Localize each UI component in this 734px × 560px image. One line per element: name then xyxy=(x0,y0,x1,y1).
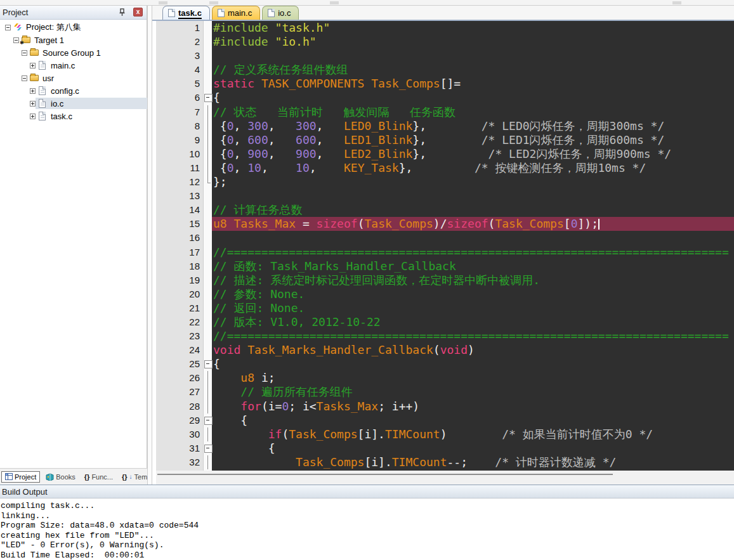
expand-plus-icon[interactable] xyxy=(30,63,36,68)
build-output-line: creating hex file from "LED"... xyxy=(1,531,734,541)
line-number: 5 xyxy=(156,77,200,91)
code-line[interactable]: { xyxy=(212,91,734,105)
editor-tab-main-c[interactable]: main.c xyxy=(212,6,260,20)
code-line[interactable]: {0, 600, 600, LED1_Blink}, /* LED1闪烁任务，周… xyxy=(212,133,734,147)
horizontal-scrollbar-thumb[interactable] xyxy=(157,474,613,475)
bottom-tab-func-[interactable]: {}Func... xyxy=(81,472,116,482)
fold-margin-empty xyxy=(204,315,212,329)
tree-item-body[interactable]: main.c xyxy=(36,60,147,71)
line-number: 27 xyxy=(156,385,200,399)
tree-item-main-c[interactable]: main.c xyxy=(0,59,147,72)
tree-item-body[interactable]: Source Group 1 xyxy=(27,47,147,58)
code-line[interactable]: }; xyxy=(212,175,734,189)
code-line[interactable]: void Task_Marks_Handler_Callback(void) xyxy=(212,343,734,357)
line-number: 11 xyxy=(156,161,200,175)
code-line[interactable]: // 返回: None. xyxy=(212,301,734,315)
horizontal-scrollbar[interactable] xyxy=(156,471,734,485)
line-number: 31 xyxy=(156,441,200,455)
line-number: 30 xyxy=(156,427,200,441)
code-line[interactable]: // 版本: V1.0, 2012-10-22 xyxy=(212,315,734,329)
code-line[interactable]: { xyxy=(212,357,734,371)
tree-item-config-c[interactable]: config.c xyxy=(0,84,147,97)
editor-tab-task-c[interactable]: task.c xyxy=(162,6,210,20)
expand-plus-icon[interactable] xyxy=(30,114,36,119)
tree-item-label: config.c xyxy=(51,86,79,96)
tree-item-body[interactable]: ✱Target 1 xyxy=(19,34,147,46)
code-fold-margin xyxy=(203,21,212,471)
code-line[interactable] xyxy=(212,231,734,245)
tree-item-project-[interactable]: Project: 第八集 xyxy=(0,21,147,34)
code-line[interactable]: {0, 900, 900, LED2_Blink}, /* LED2闪烁任务，周… xyxy=(212,147,734,161)
code-line[interactable]: Task_Comps[i].TIMCount--; /* 计时器计数递减 */ xyxy=(212,455,734,469)
code-line[interactable]: //======================================… xyxy=(212,245,734,259)
tree-item-body[interactable]: io.c xyxy=(36,98,147,109)
code-line[interactable]: {0, 300, 300, LED0_Blink}, /* LED0闪烁任务，周… xyxy=(212,119,734,133)
editor-tab-io-c[interactable]: io.c xyxy=(262,6,299,20)
code-line-current[interactable]: u8 Tasks_Max = sizeof(Task_Comps)/sizeof… xyxy=(212,217,734,231)
build-output-title: Build Output xyxy=(0,485,734,498)
line-number: 23 xyxy=(156,329,200,343)
tree-item-body[interactable]: Project: 第八集 xyxy=(11,22,147,33)
code-line[interactable]: {0, 10, 10, KEY_Task}, /* 按键检测任务，周期10ms … xyxy=(212,161,734,175)
code-line[interactable]: // 遍历所有任务组件 xyxy=(212,385,734,399)
code-line[interactable]: { xyxy=(212,441,734,455)
code-line[interactable] xyxy=(212,49,734,63)
code-line[interactable]: static TASK_COMPONENTS Task_Comps[]= xyxy=(212,77,734,91)
line-number: 19 xyxy=(156,273,200,287)
project-tree: Project: 第八集✱Target 1Source Group 1main.… xyxy=(0,21,147,122)
tree-item-task-c[interactable]: task.c xyxy=(0,110,147,122)
tree-item-body[interactable]: usr xyxy=(27,72,147,84)
panel-splitter[interactable] xyxy=(147,6,152,485)
code-line[interactable]: // 计算任务总数 xyxy=(212,203,734,217)
bottom-tab-project[interactable]: Project xyxy=(1,471,40,483)
code-line[interactable] xyxy=(212,189,734,203)
line-number: 7 xyxy=(156,105,200,119)
code-area[interactable]: #include "task.h"#include "io.h"// 定义系统任… xyxy=(212,21,734,471)
toolbar-fragment xyxy=(672,1,681,4)
fold-margin-empty xyxy=(204,63,212,77)
expand-plus-icon[interactable] xyxy=(30,101,36,107)
fold-collapse-icon[interactable] xyxy=(204,413,212,427)
close-icon[interactable]: x xyxy=(133,8,143,16)
collapse-minus-icon[interactable] xyxy=(5,25,11,30)
tree-item-label: Source Group 1 xyxy=(43,48,101,58)
fold-collapse-icon[interactable] xyxy=(204,357,212,371)
code-line[interactable]: // 参数: None. xyxy=(212,287,734,301)
fold-collapse-icon[interactable] xyxy=(204,441,212,455)
tree-item-io-c[interactable]: io.c xyxy=(0,97,147,110)
functions-icon: {} xyxy=(84,473,90,481)
code-line[interactable]: u8 i; xyxy=(212,371,734,385)
editor-tab-label: task.c xyxy=(178,8,202,18)
fold-margin-empty xyxy=(204,301,212,315)
pin-icon[interactable] xyxy=(119,8,126,16)
arrow-down-icon: ↓ xyxy=(129,473,133,480)
code-line[interactable]: #include "task.h" xyxy=(212,21,734,35)
build-output-log: compiling task.c...linking...Program Siz… xyxy=(0,498,734,560)
tree-item-body[interactable]: config.c xyxy=(36,85,147,96)
fold-margin-empty xyxy=(204,245,212,259)
expand-plus-icon[interactable] xyxy=(30,88,36,94)
line-number: 21 xyxy=(156,301,200,315)
collapse-minus-icon[interactable] xyxy=(22,50,27,56)
code-line[interactable]: if(Task_Comps[i].TIMCount) /* 如果当前计时值不为0… xyxy=(212,427,734,441)
code-line[interactable]: // 函数: Task_Marks_Handler_Callback xyxy=(212,259,734,273)
text-cursor xyxy=(598,219,600,230)
code-line[interactable]: // 定义系统任务组件数组 xyxy=(212,63,734,77)
tree-item-usr[interactable]: usr xyxy=(0,72,147,84)
tree-item-label: main.c xyxy=(51,61,75,70)
tree-item-body[interactable]: task.c xyxy=(36,110,147,122)
collapse-minus-icon[interactable] xyxy=(13,37,19,43)
collapse-minus-icon[interactable] xyxy=(22,75,27,81)
code-line[interactable]: // 状态 当前计时 触发间隔 任务函数 xyxy=(212,105,734,119)
code-line[interactable]: #include "io.h" xyxy=(212,35,734,49)
code-line[interactable]: // 描述: 系统定时标记处理回调函数，在定时器中断中被调用. xyxy=(212,273,734,287)
code-line[interactable]: //======================================… xyxy=(212,329,734,343)
code-line[interactable]: { xyxy=(212,413,734,427)
code-line[interactable]: for(i=0; i<Tasks_Max; i++) xyxy=(212,400,734,413)
bottom-tab-books[interactable]: Books xyxy=(43,472,79,482)
tree-item-source-group-1[interactable]: Source Group 1 xyxy=(0,46,147,59)
fold-collapse-icon[interactable] xyxy=(204,91,212,105)
source-file-icon xyxy=(38,86,48,95)
toolbar-fragment xyxy=(209,1,218,4)
tree-item-target-1[interactable]: ✱Target 1 xyxy=(0,34,147,46)
